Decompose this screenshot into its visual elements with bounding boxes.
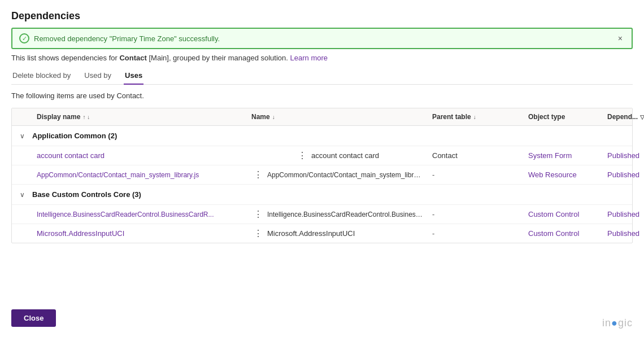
success-icon: ✓ (19, 33, 29, 43)
dependency-4: Published (603, 229, 644, 238)
col-name[interactable]: Name ↓ (247, 113, 428, 121)
subtitle-before: This list shows dependencies for (11, 54, 119, 62)
learn-more-link[interactable]: Learn more (290, 54, 328, 62)
table-row: Intelligence.BusinessCardReaderControl.B… (12, 205, 632, 224)
object-type-2: Web Resource (524, 170, 603, 179)
table-row: AppCommon/Contact/Contact_main_system_li… (12, 165, 632, 185)
table-row: account contact card ⋮ account contact c… (12, 146, 632, 165)
row-menu-1[interactable]: ⋮ account contact card (247, 150, 428, 161)
parent-table-3: - (428, 210, 524, 218)
object-type-4: Custom Control (524, 229, 603, 238)
display-name-3[interactable]: Intelligence.BusinessCardReaderControl.B… (32, 211, 247, 218)
sort-display-name-icon[interactable]: ↑ ↓ (82, 114, 90, 120)
col-parent-table-label: Parent table (432, 113, 471, 121)
row-action-btn-2[interactable]: ⋮ (251, 169, 265, 180)
table-row: Microsoft.AddressInputUCI ⋮ Microsoft.Ad… (12, 224, 632, 243)
tab-used-by[interactable]: Used by (83, 68, 112, 84)
name-2: AppCommon/Contact/Contact_main_system_li… (267, 171, 423, 179)
desc-text: The following items are used by Contact. (11, 91, 633, 100)
group-chevron-application-common[interactable]: ∨ (12, 132, 32, 140)
col-display-name[interactable]: Display name ↑ ↓ (32, 113, 247, 121)
close-button[interactable]: Close (11, 309, 56, 327)
col-parent-table[interactable]: Parent table ↓ (428, 113, 524, 121)
parent-table-2: - (428, 170, 524, 179)
display-name-4[interactable]: Microsoft.AddressInputUCI (32, 229, 247, 238)
parent-table-1: Contact (428, 151, 524, 160)
group-base-custom-controls: ∨ Base Custom Controls Core (3) (12, 185, 632, 205)
filter-depend-icon[interactable]: ▽ ↓ (640, 114, 644, 120)
tab-delete-blocked-by[interactable]: Delete blocked by (11, 68, 72, 84)
table-header: Display name ↑ ↓ Name ↓ Parent table ↓ O… (12, 108, 632, 126)
col-expand (12, 113, 32, 121)
banner-close-button[interactable]: × (616, 34, 625, 43)
col-depend-label: Depend... (607, 113, 638, 121)
sort-name-icon[interactable]: ↓ (272, 114, 275, 120)
object-type-1: System Form (524, 151, 603, 160)
group-label-base-custom-controls: Base Custom Controls Core (3) (32, 190, 632, 199)
success-text: Removed dependency "Primary Time Zone" s… (34, 34, 220, 43)
group-application-common: ∨ Application Common (2) (12, 126, 632, 146)
dependency-2: Published (603, 170, 644, 179)
col-object-type-label: Object type (528, 113, 565, 121)
sort-parent-table-icon[interactable]: ↓ (473, 114, 476, 120)
subtitle-bold: Contact (119, 54, 146, 62)
name-1: account contact card (311, 151, 379, 160)
subtitle: This list shows dependencies for Contact… (11, 54, 633, 62)
name-4: Microsoft.AddressInputUCI (267, 229, 355, 238)
col-depend[interactable]: Depend... ▽ ↓ (603, 113, 644, 121)
col-object-type: Object type (524, 113, 603, 121)
display-name-1[interactable]: account contact card (32, 151, 247, 160)
row-menu-4[interactable]: ⋮ Microsoft.AddressInputUCI (247, 228, 428, 239)
success-message: ✓ Removed dependency "Primary Time Zone"… (19, 33, 220, 43)
row-menu-2[interactable]: ⋮ AppCommon/Contact/Contact_main_system_… (247, 169, 428, 180)
tab-uses[interactable]: Uses (124, 68, 143, 84)
col-display-name-label: Display name (37, 113, 80, 121)
watermark-dot: ● (611, 317, 618, 329)
parent-table-4: - (428, 229, 524, 238)
group-label-application-common: Application Common (2) (32, 132, 632, 140)
dependencies-table: Display name ↑ ↓ Name ↓ Parent table ↓ O… (11, 108, 633, 243)
col-name-label: Name (251, 113, 270, 121)
success-banner: ✓ Removed dependency "Primary Time Zone"… (11, 28, 633, 49)
name-3: Intelligence.BusinessCardReaderControl.B… (267, 211, 423, 218)
dependency-3: Published (603, 210, 644, 218)
subtitle-bracket: [Main], grouped by their managed solutio… (147, 54, 288, 62)
row-action-btn-1[interactable]: ⋮ (295, 150, 309, 161)
page-title: Dependencies (11, 10, 633, 22)
row-action-btn-4[interactable]: ⋮ (251, 228, 265, 239)
display-name-2[interactable]: AppCommon/Contact/Contact_main_system_li… (32, 171, 247, 179)
object-type-3: Custom Control (524, 210, 603, 218)
group-chevron-base-custom-controls[interactable]: ∨ (12, 191, 32, 199)
watermark: in●gic (602, 317, 633, 329)
tab-bar: Delete blocked by Used by Uses (11, 68, 633, 85)
row-menu-3[interactable]: ⋮ Intelligence.BusinessCardReaderControl… (247, 209, 428, 220)
dependency-1: Published (603, 151, 644, 160)
row-action-btn-3[interactable]: ⋮ (251, 209, 265, 220)
